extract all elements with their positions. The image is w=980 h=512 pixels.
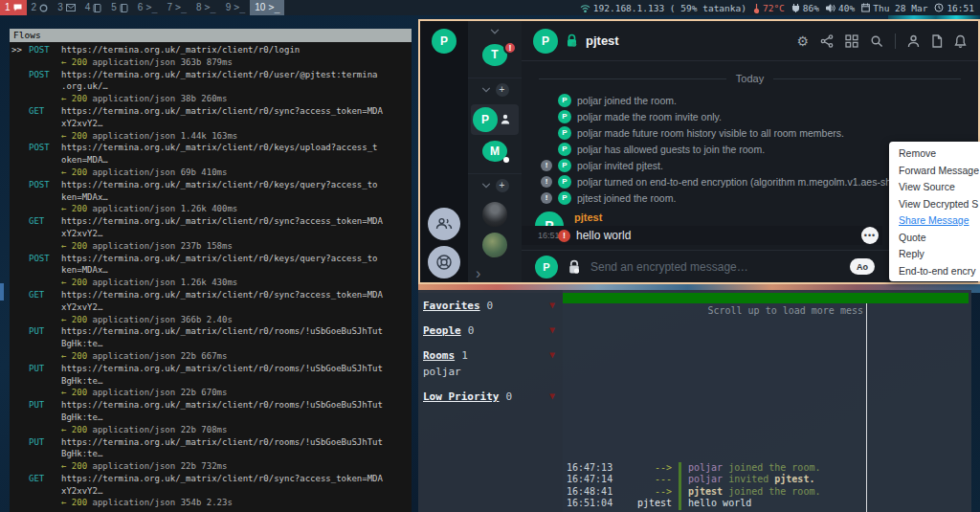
share-icon[interactable]: [820, 34, 834, 48]
log-prefix: -->: [622, 462, 672, 475]
log-nick: pjtest: [688, 486, 723, 497]
menu-item-remove[interactable]: Remove: [889, 145, 980, 163]
collapse-triangle-icon[interactable]: ▼: [549, 300, 555, 310]
flow-row[interactable]: GEThttps://termina.org.uk/_matrix/client…: [11, 215, 412, 252]
request-url-wrap: xY2xvY2…: [61, 301, 412, 314]
workspace-2[interactable]: 2: [27, 0, 54, 15]
workspace-10[interactable]: 10>_: [250, 0, 284, 15]
room-name: pjtest: [586, 33, 619, 48]
http-method: POST: [29, 253, 61, 265]
collapse-triangle-icon[interactable]: ▼: [549, 324, 555, 335]
http-method: GET: [29, 473, 61, 485]
http-method: GET: [29, 289, 61, 301]
formatting-toggle-button[interactable]: Ao: [850, 258, 875, 275]
workspace-1[interactable]: 1: [0, 0, 27, 15]
menu-item-view-source[interactable]: View Source: [889, 179, 980, 196]
room-avatar-m[interactable]: M: [482, 141, 507, 162]
workspace-4[interactable]: 4: [80, 0, 107, 15]
date-divider: Today: [539, 73, 961, 84]
chevron-down-icon[interactable]: [481, 183, 491, 189]
terminal-icon: >_: [234, 0, 245, 15]
flow-row[interactable]: PUThttps://termina.org.uk/_matrix/client…: [11, 399, 412, 435]
time-label: 16:51: [947, 3, 974, 13]
chevron-down-icon[interactable]: [489, 29, 501, 34]
add-community-button[interactable]: +: [496, 179, 509, 192]
message-options-button[interactable]: •••: [861, 227, 879, 244]
response-status: ← 200: [61, 131, 87, 141]
section-count: 0: [468, 324, 475, 337]
unencrypted-warning-icon: !: [541, 176, 552, 188]
members-icon[interactable]: [907, 34, 920, 48]
flow-row[interactable]: GEThttps://termina.org.uk/_matrix/client…: [11, 289, 412, 325]
workspace-8[interactable]: 8>_: [191, 0, 221, 15]
workspace-3[interactable]: 3: [53, 0, 80, 15]
workspace-9[interactable]: 9>_: [221, 0, 251, 15]
flow-list[interactable]: >>POSThttps://termina.org.uk/_matrix/cli…: [10, 42, 412, 509]
help-button[interactable]: [428, 246, 460, 278]
section-low-priority[interactable]: Low Priority0▼: [423, 390, 557, 403]
flow-row[interactable]: GEThttps://termina.org.uk/_matrix/client…: [11, 105, 412, 142]
menu-item-end-to-end-encryption[interactable]: End-to-end encry: [889, 263, 980, 280]
chevron-right-icon[interactable]: ›: [468, 265, 480, 282]
flow-row[interactable]: >>POSThttps://termina.org.uk/_matrix/cli…: [11, 44, 412, 69]
notifications-bell-icon[interactable]: [954, 34, 967, 48]
room-item-selected[interactable]: P: [471, 104, 519, 135]
flow-row[interactable]: POSThttps://termina.org.uk/_matrix/clien…: [11, 69, 412, 105]
flow-row[interactable]: GEThttps://termina.org.uk/_matrix/client…: [11, 473, 412, 509]
room-list-item-poljar[interactable]: poljar: [423, 366, 557, 378]
workspace-7[interactable]: 7>_: [162, 0, 191, 15]
log-line: 16:47:13 --> poljarjoined the room.: [563, 462, 866, 475]
buffer-title-bar: [563, 293, 969, 303]
chevron-down-icon[interactable]: [481, 87, 491, 93]
log-timestamp: 16:47:13: [563, 462, 622, 475]
battery-status: 86%: [791, 3, 819, 13]
collapse-triangle-icon[interactable]: ▼: [549, 349, 555, 360]
avatar: P: [558, 175, 571, 189]
user-menu-avatar[interactable]: P: [432, 29, 457, 54]
network-label: 192.168.1.133 ( 59% tatanka): [593, 3, 746, 13]
workspace-label: 5: [111, 0, 117, 15]
menu-item-share-message[interactable]: Share Message: [889, 212, 980, 230]
workspace-5[interactable]: 5: [106, 0, 133, 15]
people-button[interactable]: [428, 208, 460, 240]
menu-item-view-decrypted-source[interactable]: View Decrypted S: [889, 196, 980, 213]
log-timestamp: 16:48:41: [563, 486, 622, 499]
left-rail: P: [420, 21, 468, 282]
add-room-button[interactable]: +: [496, 83, 509, 97]
section-people[interactable]: People0▼: [423, 324, 557, 337]
flow-row[interactable]: POSThttps://termina.org.uk/_matrix/clien…: [11, 179, 412, 215]
browser-icon: [39, 4, 48, 12]
flow-row[interactable]: PUThttps://termina.org.uk/_matrix/client…: [11, 436, 412, 473]
message-composer-input[interactable]: Send an encrypted message…: [590, 260, 840, 274]
search-icon[interactable]: [870, 34, 883, 48]
community-avatar[interactable]: [482, 202, 507, 227]
files-icon[interactable]: [931, 34, 943, 48]
request-url: https://termina.org.uk/_matrix/client/r0…: [61, 106, 383, 116]
room-avatar-t[interactable]: T !: [482, 44, 507, 65]
community-avatar[interactable]: [482, 233, 507, 257]
section-favorites[interactable]: Favorites0▼: [423, 300, 557, 312]
log-nick: poljar: [688, 474, 723, 484]
response-meta: application/json 1.26k 430ms: [93, 278, 238, 287]
flow-row[interactable]: POSThttps://termina.org.uk/_matrix/clien…: [11, 142, 412, 178]
message-row[interactable]: 16:51 ! hello world •••: [522, 226, 882, 245]
request-url-wrap: oken=MDA…: [61, 154, 412, 167]
menu-item-forward-message[interactable]: Forward Message: [889, 163, 980, 180]
room-header-avatar[interactable]: P: [533, 29, 558, 54]
section-rooms[interactable]: Rooms1▼: [423, 349, 557, 362]
flow-row[interactable]: POSThttps://termina.org.uk/_matrix/clien…: [11, 253, 412, 289]
weechat-window: Favorites0▼ People0▼ Rooms1▼ poljar Low …: [418, 290, 971, 512]
wifi-icon: [580, 4, 590, 12]
flow-row[interactable]: PUThttps://termina.org.uk/_matrix/client…: [11, 325, 412, 362]
workspace-6[interactable]: 6>_: [133, 0, 163, 15]
collapse-triangle-icon[interactable]: ▼: [549, 390, 555, 401]
menu-item-quote[interactable]: Quote: [889, 230, 980, 247]
menu-item-reply[interactable]: Reply: [889, 246, 980, 263]
chat-buffer[interactable]: Scroll up to load more mess 16:47:13 -->…: [563, 290, 971, 512]
request-url: https://termina.org.uk/_matrix/client/r0…: [61, 143, 378, 152]
scroll-notice: Scroll up to load more mess: [563, 305, 863, 316]
flow-row[interactable]: PUThttps://termina.org.uk/_matrix/client…: [11, 363, 412, 399]
gear-icon[interactable]: ⚙: [796, 34, 809, 48]
workspace-label: 2: [32, 0, 37, 15]
apps-grid-icon[interactable]: [845, 34, 858, 48]
